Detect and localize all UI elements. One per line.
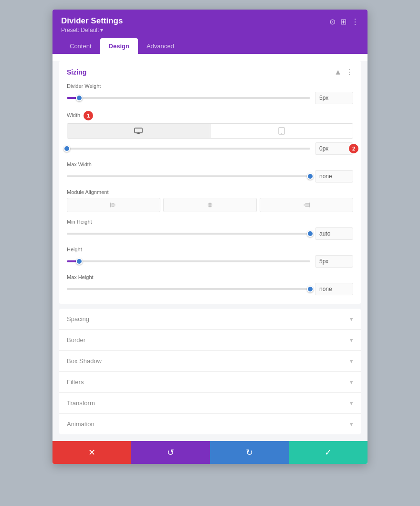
- box-shadow-section[interactable]: Box Shadow ▾: [59, 351, 361, 372]
- width-slider-row: 2: [67, 142, 353, 155]
- panel-header-actions: ⊙ ⊞ ⋮: [329, 17, 359, 26]
- desktop-tab[interactable]: [67, 124, 210, 138]
- max-width-row: [67, 170, 353, 183]
- undo-button[interactable]: ↺: [131, 441, 210, 464]
- height-slider[interactable]: [67, 260, 310, 262]
- module-alignment-group: [67, 198, 353, 212]
- max-width-slider[interactable]: [67, 175, 310, 177]
- divider-weight-field: Divider Weight: [67, 83, 353, 104]
- border-section[interactable]: Border ▾: [59, 330, 361, 351]
- width-value-wrap: 2: [315, 142, 353, 155]
- height-field: Height: [67, 247, 353, 268]
- filters-section[interactable]: Filters ▾: [59, 372, 361, 393]
- divider-weight-slider[interactable]: [67, 97, 310, 99]
- sizing-collapse-icon[interactable]: ▲: [334, 68, 342, 76]
- divider-weight-input[interactable]: [315, 92, 353, 104]
- min-height-input[interactable]: [315, 227, 353, 240]
- width-label: Width 1: [67, 111, 353, 120]
- align-left-btn[interactable]: [67, 198, 160, 212]
- filters-label: Filters: [67, 378, 84, 386]
- box-shadow-chevron: ▾: [350, 357, 353, 365]
- min-height-label: Min Height: [67, 219, 353, 225]
- max-width-field: Max Width: [67, 161, 353, 183]
- max-height-label: Max Height: [67, 274, 353, 280]
- panel-content: Sizing ▲ ⋮ Divider Weight: [52, 61, 368, 464]
- filters-chevron: ▾: [350, 378, 353, 386]
- sizing-section-header: Sizing ▲ ⋮: [67, 67, 353, 76]
- height-row: [67, 255, 353, 268]
- align-right-btn[interactable]: [260, 198, 353, 212]
- layout-icon[interactable]: ⊞: [340, 17, 346, 26]
- module-alignment-label: Module Alignment: [67, 189, 353, 195]
- tablet-tab[interactable]: [210, 124, 353, 138]
- cancel-button[interactable]: ✕: [52, 441, 131, 464]
- panel-preset[interactable]: Preset: Default ▾: [61, 27, 123, 33]
- module-alignment-field: Module Alignment: [67, 189, 353, 212]
- panel-title: Divider Settings: [61, 16, 123, 26]
- redo-button[interactable]: ↻: [210, 441, 289, 464]
- width-badge: 2: [349, 144, 358, 153]
- bottom-bar: ✕ ↺ ↻ ✓: [52, 441, 368, 464]
- sizing-title: Sizing: [67, 68, 86, 76]
- max-width-input[interactable]: [315, 170, 353, 183]
- divider-settings-panel: Divider Settings Preset: Default ▾ ⊙ ⊞ ⋮…: [52, 10, 368, 464]
- box-shadow-label: Box Shadow: [67, 357, 102, 365]
- svg-rect-0: [135, 128, 142, 133]
- focus-icon[interactable]: ⊙: [329, 17, 336, 26]
- more-icon[interactable]: ⋮: [351, 17, 359, 26]
- panel-header: Divider Settings Preset: Default ▾ ⊙ ⊞ ⋮: [52, 10, 368, 38]
- border-label: Border: [67, 336, 85, 344]
- tab-content[interactable]: Content: [61, 38, 100, 54]
- min-height-slider[interactable]: [67, 233, 310, 235]
- sizing-section: Sizing ▲ ⋮ Divider Weight: [59, 61, 361, 304]
- width-input[interactable]: [315, 142, 353, 155]
- min-height-field: Min Height: [67, 219, 353, 240]
- save-button[interactable]: ✓: [289, 441, 368, 464]
- collapsed-sections: Spacing ▾ Border ▾ Box Shadow ▾ Filters …: [59, 309, 361, 434]
- divider-weight-label: Divider Weight: [67, 83, 353, 89]
- sizing-more-icon[interactable]: ⋮: [346, 67, 353, 76]
- max-height-row: [67, 283, 353, 295]
- spacing-chevron: ▾: [350, 315, 353, 323]
- max-height-field: Max Height: [67, 274, 353, 295]
- min-height-row: [67, 227, 353, 240]
- height-label: Height: [67, 247, 353, 252]
- width-slider[interactable]: [67, 148, 310, 150]
- max-height-slider[interactable]: [67, 288, 310, 290]
- animation-chevron: ▾: [350, 420, 353, 428]
- tab-design[interactable]: Design: [100, 38, 138, 54]
- width-field: Width 1: [67, 111, 353, 155]
- animation-section[interactable]: Animation ▾: [59, 414, 361, 434]
- transform-section[interactable]: Transform ▾: [59, 393, 361, 414]
- max-width-label: Max Width: [67, 161, 353, 167]
- transform-label: Transform: [67, 399, 95, 407]
- width-step-badge: 1: [84, 111, 93, 120]
- spacing-section[interactable]: Spacing ▾: [59, 309, 361, 330]
- tab-bar: Content Design Advanced: [52, 38, 368, 54]
- panel-header-left: Divider Settings Preset: Default ▾: [61, 16, 123, 33]
- border-chevron: ▾: [350, 336, 353, 344]
- device-tabs: [67, 123, 353, 139]
- transform-chevron: ▾: [350, 399, 353, 407]
- max-height-input[interactable]: [315, 283, 353, 295]
- tab-advanced[interactable]: Advanced: [138, 38, 183, 54]
- sizing-controls: ▲ ⋮: [334, 67, 353, 76]
- align-center-btn[interactable]: [163, 198, 257, 212]
- svg-point-2: [281, 133, 282, 134]
- divider-weight-row: [67, 92, 353, 104]
- height-input[interactable]: [315, 255, 353, 268]
- animation-label: Animation: [67, 420, 94, 428]
- spacing-label: Spacing: [67, 315, 89, 323]
